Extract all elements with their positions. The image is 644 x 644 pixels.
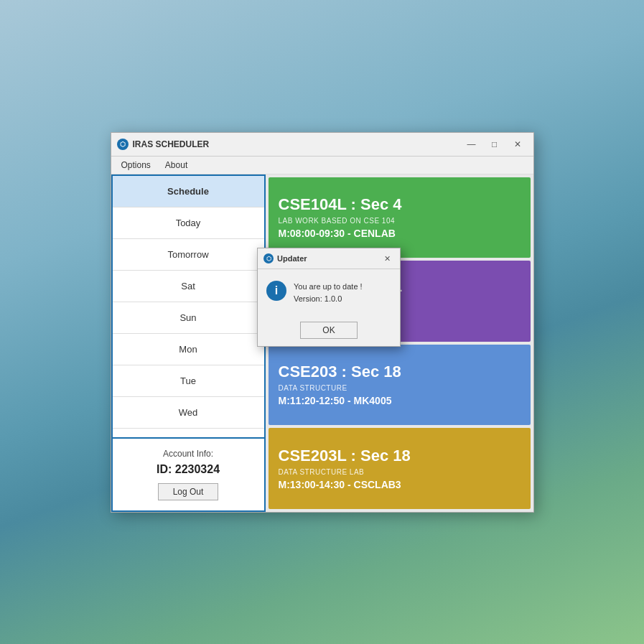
dialog-body: i You are up to date ! Version: 1.0.0 <box>258 269 400 316</box>
nav-today[interactable]: Today <box>113 207 264 239</box>
nav-sat[interactable]: Sat <box>113 271 264 302</box>
close-button[interactable]: ✕ <box>508 137 528 151</box>
nav-wed[interactable]: Wed <box>113 397 264 429</box>
dialog-message-line2: Version: 1.0.0 <box>294 293 363 305</box>
window-title: IRAS SCHEDULER <box>133 139 462 149</box>
course-subtitle-3: DATA STRUCTURE LAB <box>279 468 521 476</box>
course-time-2: M:11:20-12:50 - MK4005 <box>279 395 521 406</box>
course-subtitle-2: DATA STRUCTURE <box>279 384 521 392</box>
course-time-3: M:13:00-14:30 - CSCLAB3 <box>279 479 521 490</box>
dialog-ok-button[interactable]: OK <box>300 322 357 339</box>
dialog-message-line1: You are up to date ! <box>294 281 363 293</box>
titlebar: ⬡ IRAS SCHEDULER — □ ✕ <box>111 133 533 157</box>
course-title-3: CSE203L : Sec 18 <box>279 447 521 465</box>
menu-options[interactable]: Options <box>114 158 158 172</box>
course-title-2: CSE203 : Sec 18 <box>279 363 521 381</box>
maximize-button[interactable]: □ <box>485 137 505 151</box>
dialog-info-icon: i <box>266 281 286 301</box>
nav-sun[interactable]: Sun <box>113 302 264 334</box>
dialog-footer: OK <box>258 316 400 346</box>
dialog-titlebar: ⬡ Updater ✕ <box>258 248 400 269</box>
sidebar-nav: Schedule Today Tomorrow Sat Sun Mon Tue … <box>113 176 264 437</box>
nav-mon[interactable]: Mon <box>113 334 264 365</box>
course-time-0: M:08:00-09:30 - CENLAB <box>279 228 521 239</box>
account-label: Account Info: <box>120 449 257 459</box>
window-controls: — □ ✕ <box>462 137 528 151</box>
updater-dialog: ⬡ Updater ✕ i You are up to date ! Versi… <box>257 248 401 347</box>
dialog-title: Updater <box>277 254 380 263</box>
logout-button[interactable]: Log Out <box>158 483 219 500</box>
dialog-message: You are up to date ! Version: 1.0.0 <box>294 281 363 304</box>
nav-tue[interactable]: Tue <box>113 365 264 397</box>
course-card-3: CSE203L : Sec 18 DATA STRUCTURE LAB M:13… <box>269 428 531 509</box>
account-id: ID: 2230324 <box>120 463 257 476</box>
dialog-icon: ⬡ <box>263 253 274 263</box>
nav-tomorrow[interactable]: Tomorrow <box>113 239 264 271</box>
dialog-close-button[interactable]: ✕ <box>380 253 394 264</box>
minimize-button[interactable]: — <box>462 137 482 151</box>
app-icon: ⬡ <box>117 139 129 150</box>
dialog-overlay: ⬡ Updater ✕ i You are up to date ! Versi… <box>0 0 644 644</box>
account-id-prefix: ID: <box>157 463 175 475</box>
menu-about[interactable]: About <box>158 158 195 172</box>
account-id-value: 2230324 <box>175 463 220 475</box>
menubar: Options About <box>111 157 533 174</box>
sidebar: Schedule Today Tomorrow Sat Sun Mon Tue … <box>111 174 266 512</box>
nav-schedule[interactable]: Schedule <box>113 176 264 207</box>
account-section: Account Info: ID: 2230324 Log Out <box>113 437 264 510</box>
course-card-2: CSE203 : Sec 18 DATA STRUCTURE M:11:20-1… <box>269 345 531 426</box>
course-card-0: CSE104L : Sec 4 LAB WORK BASED ON CSE 10… <box>269 177 531 258</box>
course-title-0: CSE104L : Sec 4 <box>279 195 521 214</box>
course-subtitle-0: LAB WORK BASED ON CSE 104 <box>279 217 521 225</box>
